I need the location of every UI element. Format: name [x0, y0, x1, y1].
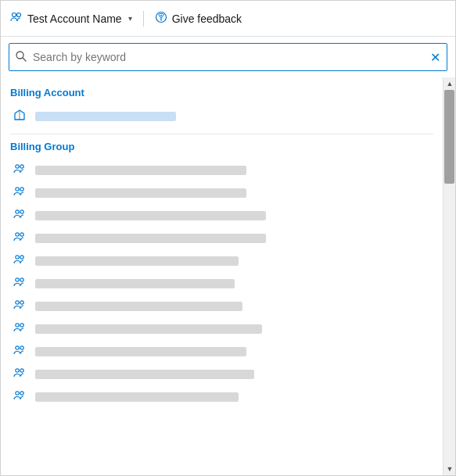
svg-point-15 — [16, 256, 19, 259]
billing-group-item-bar — [35, 211, 266, 220]
billing-account-item-bar — [35, 112, 176, 121]
svg-point-8 — [20, 165, 23, 168]
account-name: Test Account Name — [27, 13, 122, 25]
header: Test Account Name ▾ Give feedback — [1, 1, 455, 37]
list-item[interactable] — [10, 159, 433, 181]
scroll-up-button[interactable]: ▲ — [443, 77, 455, 90]
svg-point-3 — [160, 15, 162, 16]
svg-point-11 — [16, 210, 19, 213]
billing-group-icon-6 — [12, 276, 27, 291]
billing-group-icon-1 — [12, 163, 27, 177]
svg-point-20 — [20, 301, 23, 304]
billing-group-icon-10 — [12, 367, 27, 381]
list-item[interactable] — [10, 249, 433, 272]
scroll-area[interactable]: Billing Account Billing Group — [1, 77, 443, 475]
billing-group-item-bar — [35, 234, 266, 243]
billing-group-item-bar — [35, 166, 246, 175]
scroll-track[interactable] — [443, 90, 455, 463]
account-icon — [10, 11, 23, 27]
scroll-thumb — [444, 90, 454, 184]
svg-point-10 — [20, 188, 23, 191]
svg-point-9 — [16, 188, 19, 191]
section-divider — [10, 134, 433, 134]
search-bar: ✕ — [9, 43, 447, 71]
svg-point-13 — [16, 233, 19, 236]
search-clear-button[interactable]: ✕ — [430, 50, 440, 65]
svg-point-21 — [16, 324, 19, 327]
search-icon — [16, 51, 27, 64]
svg-point-17 — [16, 278, 19, 281]
list-item[interactable] — [10, 363, 433, 385]
billing-group-icon-9 — [12, 344, 27, 359]
svg-point-22 — [20, 324, 23, 327]
billing-group-item-bar — [35, 392, 239, 402]
svg-point-19 — [16, 301, 19, 304]
billing-group-label: Billing Group — [10, 141, 433, 152]
billing-group-item-bar — [35, 302, 242, 311]
scroll-down-button[interactable]: ▼ — [443, 463, 455, 475]
svg-point-14 — [20, 233, 23, 236]
billing-group-icon-2 — [12, 185, 27, 200]
billing-account-item-icon — [12, 109, 27, 123]
list-item[interactable] — [10, 272, 433, 295]
feedback-button[interactable]: Give feedback — [155, 11, 242, 26]
list-item[interactable] — [10, 204, 433, 227]
scrollbar: ▲ ▼ — [443, 77, 455, 475]
search-input[interactable] — [33, 51, 430, 63]
billing-group-item-bar — [35, 256, 239, 266]
svg-point-23 — [16, 346, 19, 349]
chevron-down-icon: ▾ — [128, 14, 132, 23]
svg-point-12 — [20, 210, 23, 213]
billing-group-item-bar — [35, 370, 254, 379]
billing-account-label: Billing Account — [10, 87, 433, 98]
svg-point-7 — [16, 165, 19, 168]
app-container: Test Account Name ▾ Give feedback — [0, 0, 456, 476]
billing-group-icon-11 — [12, 389, 27, 404]
billing-account-item[interactable] — [10, 105, 433, 127]
billing-group-item-bar — [35, 324, 262, 334]
feedback-icon — [155, 11, 167, 26]
svg-point-16 — [20, 256, 23, 259]
header-divider — [143, 11, 144, 27]
billing-group-item-bar — [35, 347, 246, 356]
list-item[interactable] — [10, 181, 433, 204]
svg-point-25 — [16, 369, 19, 372]
list-item[interactable] — [10, 385, 433, 408]
svg-point-1 — [17, 13, 21, 16]
feedback-label: Give feedback — [172, 13, 242, 25]
list-item[interactable] — [10, 317, 433, 340]
billing-group-icon-5 — [12, 253, 27, 268]
billing-group-icon-7 — [12, 299, 27, 313]
svg-point-24 — [20, 346, 23, 349]
list-item[interactable] — [10, 295, 433, 317]
svg-point-0 — [13, 13, 16, 16]
list-item[interactable] — [10, 340, 433, 363]
list-item[interactable] — [10, 227, 433, 249]
billing-group-icon-8 — [12, 321, 27, 336]
billing-group-item-bar — [35, 279, 235, 288]
account-selector[interactable]: Test Account Name ▾ — [10, 11, 132, 27]
billing-group-icon-3 — [12, 208, 27, 223]
svg-point-26 — [20, 369, 23, 372]
billing-group-icon-4 — [12, 231, 27, 245]
main-content: Billing Account Billing Group — [1, 77, 455, 475]
svg-point-28 — [20, 392, 23, 395]
svg-point-18 — [20, 278, 23, 281]
svg-point-27 — [16, 392, 19, 395]
billing-group-item-bar — [35, 188, 246, 198]
